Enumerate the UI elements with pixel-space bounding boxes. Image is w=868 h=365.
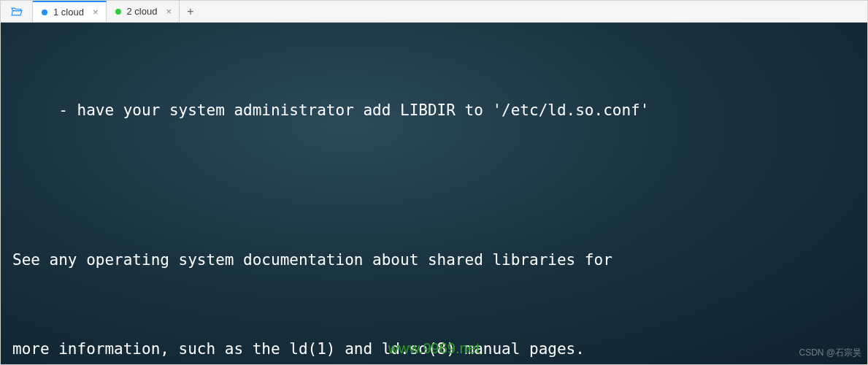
folder-open-icon bbox=[10, 7, 23, 17]
tab-2-cloud[interactable]: 2 cloud × bbox=[107, 1, 180, 22]
folder-button[interactable] bbox=[1, 1, 33, 22]
tab-label: 2 cloud bbox=[127, 6, 158, 17]
status-dot-icon bbox=[42, 9, 47, 15]
terminal-line: more information, such as the ld(1) and … bbox=[12, 334, 856, 364]
terminal-line: See any operating system documentation a… bbox=[12, 245, 856, 275]
close-icon[interactable]: × bbox=[93, 7, 99, 18]
tab-bar: 1 cloud × 2 cloud × + bbox=[1, 1, 867, 23]
tab-1-cloud[interactable]: 1 cloud × bbox=[33, 1, 107, 22]
tab-label: 1 cloud bbox=[53, 7, 84, 18]
status-dot-icon bbox=[115, 9, 121, 15]
terminal-pane[interactable]: - have your system administrator add LIB… bbox=[1, 23, 867, 364]
close-icon[interactable]: × bbox=[166, 6, 172, 17]
terminal-line: - have your system administrator add LIB… bbox=[12, 96, 856, 126]
add-tab-button[interactable]: + bbox=[180, 1, 201, 22]
app-window: 1 cloud × 2 cloud × + - have your system… bbox=[0, 0, 868, 365]
